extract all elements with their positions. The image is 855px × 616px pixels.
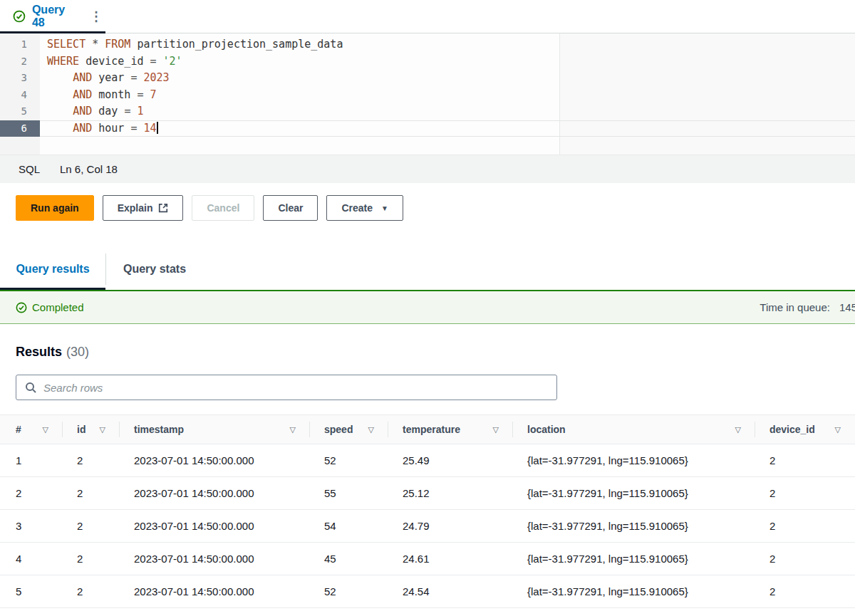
column-label: temperature — [403, 424, 460, 435]
create-button[interactable]: Create ▼ — [326, 195, 403, 221]
cell: 2 — [63, 444, 120, 476]
queue-time-value: 145 — [839, 301, 855, 313]
cell: {lat=-31.977291, lng=115.910065} — [513, 543, 755, 575]
line-number: 1 — [0, 36, 40, 53]
cancel-button[interactable]: Cancel — [192, 195, 254, 221]
cell: 25.12 — [388, 477, 513, 509]
cell: 52 — [310, 575, 388, 607]
column-header-speed[interactable]: speed▽ — [310, 415, 388, 444]
language-indicator: SQL — [19, 163, 40, 175]
editor-code-area[interactable]: SELECT * FROM partition_projection_sampl… — [40, 36, 855, 137]
text-cursor — [157, 122, 158, 134]
cell: 54 — [310, 510, 388, 542]
query-tab-label: Query 48 — [32, 4, 81, 29]
cell: 2 — [63, 575, 120, 607]
cell: 2 — [63, 477, 120, 509]
code-line[interactable]: AND month = 7 — [40, 87, 855, 104]
cell: 2 — [755, 575, 855, 607]
queue-time-label: Time in queue: — [760, 301, 830, 313]
line-number: 3 — [0, 70, 40, 87]
tab-query-48[interactable]: Query 48 ⋮ — [0, 0, 105, 33]
editor-status-bar: SQL Ln 6, Col 18 — [0, 155, 855, 183]
column-label: speed — [324, 424, 353, 435]
results-tab-bar: Query results Query stats — [0, 249, 855, 290]
table-row: 222023-07-01 14:50:00.0005525.12{lat=-31… — [0, 477, 855, 510]
table-row: 422023-07-01 14:50:00.0004524.61{lat=-31… — [0, 543, 855, 575]
tab-query-stats[interactable]: Query stats — [106, 249, 203, 290]
query-status-banner: Completed Time in queue: 145 — [0, 290, 855, 324]
table-row: 322023-07-01 14:50:00.0005424.79{lat=-31… — [0, 510, 855, 543]
cell: 24.79 — [388, 510, 513, 542]
column-filter-icon[interactable]: ▽ — [735, 425, 741, 434]
run-again-button[interactable]: Run again — [16, 195, 94, 221]
column-header-device_id[interactable]: device_id▽ — [755, 415, 855, 444]
cell: 4 — [0, 543, 63, 575]
editor-gutter: 123456 — [0, 33, 40, 155]
column-filter-icon[interactable]: ▽ — [43, 425, 48, 434]
column-label: device_id — [770, 424, 815, 435]
cell: 2023-07-01 14:50:00.000 — [120, 444, 310, 476]
column-header-timestamp[interactable]: timestamp▽ — [120, 415, 310, 444]
explain-button[interactable]: Explain — [103, 195, 184, 221]
cell: 3 — [0, 510, 63, 542]
kebab-menu-icon[interactable]: ⋮ — [87, 10, 105, 23]
table-header: #▽id▽timestamp▽speed▽temperature▽locatio… — [0, 414, 855, 444]
results-title: Results — [16, 345, 62, 359]
caret-down-icon: ▼ — [381, 204, 388, 212]
column-label: # — [16, 424, 21, 435]
column-header-temperature[interactable]: temperature▽ — [388, 415, 513, 444]
cell: 2023-07-01 14:50:00.000 — [120, 510, 310, 542]
cell: 2 — [0, 477, 63, 509]
cell: {lat=-31.977291, lng=115.910065} — [513, 444, 755, 476]
column-header-num[interactable]: #▽ — [0, 415, 63, 444]
tab-query-results[interactable]: Query results — [0, 249, 105, 290]
column-header-location[interactable]: location▽ — [513, 415, 755, 444]
cell: 2 — [63, 510, 120, 542]
search-container — [16, 375, 557, 400]
cell: 2 — [755, 477, 855, 509]
status-completed: Completed — [32, 301, 84, 313]
column-filter-icon[interactable]: ▽ — [100, 425, 105, 434]
sql-editor[interactable]: 123456 SELECT * FROM partition_projectio… — [0, 33, 855, 155]
cell: {lat=-31.977291, lng=115.910065} — [513, 510, 755, 542]
cell: {lat=-31.977291, lng=115.910065} — [513, 477, 755, 509]
table-row: 522023-07-01 14:50:00.0005224.54{lat=-31… — [0, 575, 855, 608]
column-header-id[interactable]: id▽ — [63, 415, 120, 444]
search-icon — [25, 382, 36, 393]
check-circle-icon — [13, 10, 26, 23]
search-rows-input[interactable] — [16, 375, 557, 400]
check-circle-icon — [16, 302, 27, 313]
column-filter-icon[interactable]: ▽ — [290, 425, 296, 434]
explain-label: Explain — [118, 202, 153, 214]
code-line[interactable]: AND day = 1 — [40, 103, 855, 120]
clear-button[interactable]: Clear — [263, 195, 318, 221]
cell: 5 — [0, 575, 63, 607]
cell: 24.54 — [388, 575, 513, 607]
query-toolbar: Run again Explain Cancel Clear Create ▼ — [0, 183, 855, 229]
results-heading: Results(30) — [16, 345, 855, 360]
external-link-icon — [158, 203, 168, 213]
cell: 55 — [310, 477, 388, 509]
column-filter-icon[interactable]: ▽ — [493, 425, 499, 434]
line-number: 5 — [0, 103, 40, 120]
code-line[interactable]: SELECT * FROM partition_projection_sampl… — [40, 36, 855, 53]
line-number: 2 — [0, 53, 40, 71]
cell: {lat=-31.977291, lng=115.910065} — [513, 575, 755, 607]
code-line[interactable]: WHERE device_id = '2' — [40, 53, 855, 71]
cell: 25.49 — [388, 444, 513, 476]
cell: 2023-07-01 14:50:00.000 — [120, 575, 310, 607]
results-table: #▽id▽timestamp▽speed▽temperature▽locatio… — [0, 414, 855, 608]
create-label: Create — [341, 202, 373, 214]
cell: 2 — [63, 543, 120, 575]
cursor-position: Ln 6, Col 18 — [60, 163, 118, 175]
cell: 52 — [310, 444, 388, 476]
query-tab-bar: Query 48 ⋮ — [0, 0, 855, 33]
code-line[interactable]: AND hour = 14 — [40, 120, 855, 137]
cell: 24.61 — [388, 543, 513, 575]
cell: 2 — [755, 543, 855, 575]
results-count: (30) — [66, 345, 89, 359]
column-filter-icon[interactable]: ▽ — [368, 425, 374, 434]
column-filter-icon[interactable]: ▽ — [835, 425, 841, 434]
code-line[interactable]: AND year = 2023 — [40, 70, 855, 87]
table-row: 122023-07-01 14:50:00.0005225.49{lat=-31… — [0, 444, 855, 477]
